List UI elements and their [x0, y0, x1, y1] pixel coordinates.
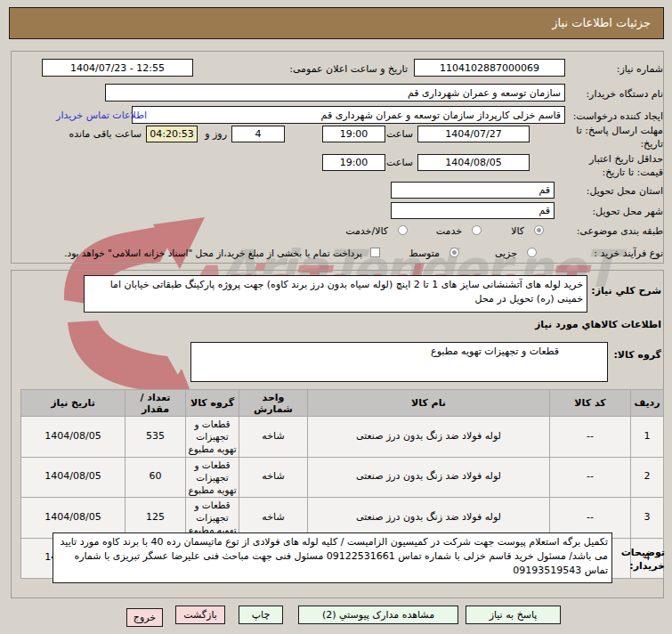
- need-description-label: شرح کلي نیاز:: [591, 285, 661, 297]
- need-number-label: شماره نیاز:: [617, 63, 663, 75]
- col-item-code: کد کالا: [550, 390, 631, 417]
- col-group: گروه کالا: [186, 390, 239, 417]
- classification-radio-goods[interactable]: [534, 225, 544, 235]
- process-radio-minor[interactable]: [527, 248, 537, 257]
- buyer-notes-label: توضیحات خریدار:: [613, 546, 665, 573]
- cell-date: 1404/08/05: [21, 457, 125, 498]
- cell-qty: 60: [125, 457, 186, 498]
- process-type-label: نوع فرآیند خرید :: [594, 248, 663, 259]
- goods-group-textarea[interactable]: قطعات و تجهیزات تهویه مطبوع: [190, 342, 608, 382]
- process-option-medium-label: متوسط: [409, 248, 440, 259]
- process-option-minor-label: جزیی: [495, 248, 517, 259]
- cell-name: لوله فولاد ضد زنگ بدون درز صنعتی: [308, 457, 550, 498]
- classification-label: طبقه بندی موضوعی:: [577, 225, 663, 237]
- col-row-number: ردیف: [631, 390, 664, 417]
- countdown-days-label: روز و: [205, 128, 227, 140]
- cell-code: --: [550, 457, 631, 498]
- treasury-payment-label: پرداخت تمام یا بخشی از مبلغ خرید،از محل …: [64, 248, 362, 258]
- price-validity-label: حداقل تاریخ اعتبار قیمت: تا تاریخ:: [568, 152, 663, 180]
- announce-datetime-field[interactable]: 1404/07/23 - 12:55: [42, 59, 193, 77]
- exit-button[interactable]: خروج: [126, 608, 163, 627]
- print-button[interactable]: چاپ: [239, 606, 283, 624]
- cell-row: 1: [631, 417, 664, 458]
- buyer-org-field[interactable]: سازمان توسعه و عمران شهرداری قم: [105, 84, 565, 102]
- delivery-city-label: شهر محل تحویل:: [592, 206, 663, 217]
- price-validity-time-field[interactable]: 19:00: [322, 154, 385, 171]
- goods-table-header-row: ردیف کد کالا نام کالا واحد شمارش گروه کا…: [21, 390, 664, 417]
- col-quantity: تعداد / مقدار: [125, 390, 186, 417]
- response-deadline-label: مهلت ارسال پاسخ: تا تاریخ:: [568, 124, 663, 151]
- process-radio-medium[interactable]: [449, 248, 459, 257]
- response-deadline-date-field[interactable]: 1404/07/27: [417, 126, 530, 142]
- page-title: جزئیات اطلاعات نیاز: [9, 7, 664, 39]
- back-button[interactable]: بازگشت: [175, 606, 225, 624]
- classification-radio-service[interactable]: [472, 225, 482, 235]
- response-deadline-hour-label: ساعت: [386, 128, 413, 140]
- classification-option-goods-service-label: کالا/خدمت: [345, 225, 388, 237]
- countdown-days-field: 4: [231, 126, 285, 142]
- col-unit: واحد شمارش: [239, 390, 308, 417]
- procurement-need-details-page: AriaTender.neT AriaTender.neT جزئیات اطل…: [0, 0, 672, 634]
- goods-section-title: اطلاعات کالاهاي مورد نیاز: [535, 319, 661, 330]
- table-row: 1 -- لوله فولاد ضد زنگ بدون درز صنعتی شا…: [21, 417, 664, 458]
- classification-option-service-label: خدمت: [436, 225, 462, 237]
- countdown-suffix-label: ساعت باقی مانده: [69, 128, 142, 140]
- cell-row: 2: [631, 457, 664, 498]
- delivery-province-field[interactable]: قم: [391, 182, 555, 199]
- table-row: 2 -- لوله فولاد ضد زنگ بدون درز صنعتی شا…: [21, 457, 664, 498]
- delivery-city-field[interactable]: قم: [391, 202, 555, 219]
- price-validity-date-field[interactable]: 1404/08/05: [417, 154, 530, 171]
- request-creator-label: ایجاد کننده درخواست:: [573, 110, 663, 122]
- view-attached-docs-button[interactable]: مشاهده مدارک پیوستي (2): [298, 606, 458, 624]
- cell-name: لوله فولاد ضد زنگ بدون درز صنعتی: [308, 417, 550, 458]
- cell-unit: شاخه: [239, 417, 308, 458]
- price-validity-hour-label: ساعت: [386, 157, 413, 168]
- buyer-contact-link[interactable]: اطلاعات تماس خریدار: [56, 110, 147, 121]
- cell-code: --: [550, 417, 631, 458]
- goods-group-label: گروه کالا:: [613, 349, 661, 361]
- cell-group: قطعات و تجهیزات تهویه مطبوع: [186, 417, 239, 458]
- need-number-field[interactable]: 1104102887000069: [414, 59, 565, 77]
- cell-date: 1404/08/05: [21, 417, 125, 458]
- cell-row: 3: [631, 498, 664, 539]
- countdown-time-field: 04:20:53: [146, 126, 198, 142]
- cell-group: قطعات و تجهیزات تهویه مطبوع: [186, 457, 239, 498]
- buyer-notes-textarea[interactable]: تکمیل برگه استعلام پیوست جهت شرکت در کمی…: [53, 532, 612, 583]
- cell-unit: شاخه: [239, 457, 308, 498]
- request-creator-field[interactable]: قاسم خزلی کارپرداز سازمان توسعه و عمران …: [132, 106, 565, 124]
- buyer-org-label: نام دستگاه خریدار:: [586, 88, 663, 100]
- col-item-name: نام کالا: [308, 390, 550, 417]
- response-deadline-time-field[interactable]: 19:00: [322, 126, 385, 142]
- delivery-province-label: استان محل تحویل:: [587, 185, 663, 197]
- classification-option-goods-label: کالا: [511, 225, 524, 237]
- col-need-date: تاریخ نیاز: [21, 390, 125, 417]
- classification-radio-goods-service[interactable]: [398, 225, 408, 235]
- respond-to-need-button[interactable]: پاسخ به نیاز: [466, 606, 561, 624]
- treasury-payment-checkbox[interactable]: [370, 248, 380, 257]
- cell-qty: 535: [125, 417, 186, 458]
- need-description-textarea[interactable]: خرید لوله های آتشنشانی سایز های 1 تا 2 ا…: [84, 275, 587, 313]
- announce-datetime-label: تاریخ و ساعت اعلان عمومی:: [289, 63, 408, 75]
